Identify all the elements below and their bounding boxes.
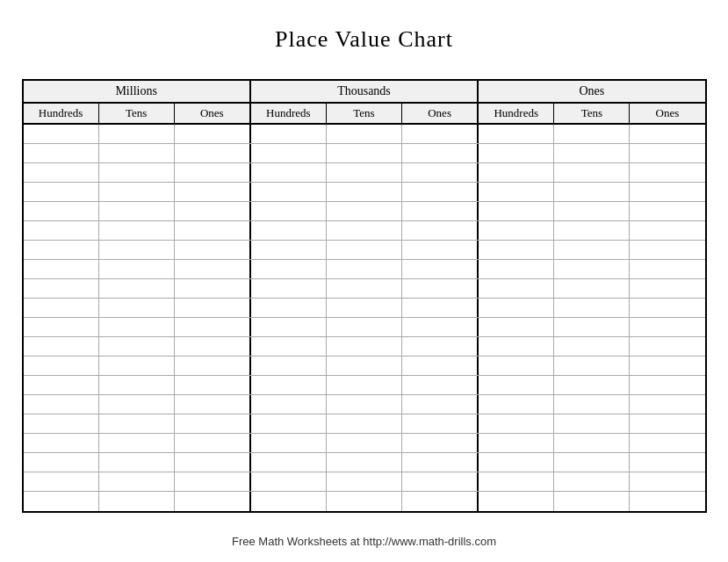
data-cell[interactable]: [402, 279, 479, 298]
data-cell[interactable]: [630, 453, 704, 472]
data-cell[interactable]: [24, 279, 99, 298]
data-cell[interactable]: [99, 376, 175, 394]
data-cell[interactable]: [251, 260, 327, 278]
data-cell[interactable]: [402, 337, 479, 356]
data-cell[interactable]: [175, 337, 251, 356]
data-cell[interactable]: [24, 241, 99, 259]
data-cell[interactable]: [24, 395, 99, 414]
data-cell[interactable]: [24, 337, 99, 356]
data-cell[interactable]: [479, 279, 554, 298]
data-cell[interactable]: [251, 472, 327, 491]
data-cell[interactable]: [402, 453, 479, 472]
data-cell[interactable]: [327, 299, 402, 317]
data-cell[interactable]: [99, 202, 175, 220]
data-cell[interactable]: [327, 125, 402, 143]
data-cell[interactable]: [554, 279, 630, 298]
data-cell[interactable]: [402, 318, 479, 336]
data-cell[interactable]: [175, 453, 251, 472]
data-cell[interactable]: [402, 221, 479, 240]
data-cell[interactable]: [630, 434, 704, 452]
data-cell[interactable]: [630, 318, 704, 336]
data-cell[interactable]: [251, 414, 327, 433]
data-cell[interactable]: [479, 241, 554, 259]
data-cell[interactable]: [402, 125, 479, 143]
data-cell[interactable]: [99, 279, 175, 298]
data-cell[interactable]: [175, 279, 251, 298]
data-cell[interactable]: [630, 125, 704, 143]
data-cell[interactable]: [554, 376, 630, 394]
data-cell[interactable]: [479, 183, 554, 201]
data-cell[interactable]: [99, 183, 175, 201]
data-cell[interactable]: [479, 395, 554, 414]
data-cell[interactable]: [402, 357, 479, 375]
data-cell[interactable]: [630, 376, 704, 394]
data-cell[interactable]: [479, 357, 554, 375]
data-cell[interactable]: [327, 202, 402, 220]
data-cell[interactable]: [554, 395, 630, 414]
data-cell[interactable]: [479, 376, 554, 394]
data-cell[interactable]: [175, 183, 251, 201]
data-cell[interactable]: [554, 472, 630, 491]
data-cell[interactable]: [327, 472, 402, 491]
data-cell[interactable]: [251, 395, 327, 414]
data-cell[interactable]: [402, 144, 479, 162]
data-cell[interactable]: [99, 434, 175, 452]
data-cell[interactable]: [630, 260, 704, 278]
data-cell[interactable]: [24, 318, 99, 336]
data-cell[interactable]: [479, 202, 554, 220]
data-cell[interactable]: [630, 395, 704, 414]
data-cell[interactable]: [175, 299, 251, 317]
data-cell[interactable]: [554, 434, 630, 452]
data-cell[interactable]: [554, 492, 630, 511]
data-cell[interactable]: [99, 260, 175, 278]
data-cell[interactable]: [175, 144, 251, 162]
data-cell[interactable]: [630, 241, 704, 259]
data-cell[interactable]: [175, 202, 251, 220]
data-cell[interactable]: [630, 472, 704, 491]
data-cell[interactable]: [402, 434, 479, 452]
data-cell[interactable]: [327, 318, 402, 336]
data-cell[interactable]: [630, 183, 704, 201]
data-cell[interactable]: [479, 221, 554, 240]
data-cell[interactable]: [251, 337, 327, 356]
data-cell[interactable]: [327, 221, 402, 240]
data-cell[interactable]: [554, 357, 630, 375]
data-cell[interactable]: [24, 125, 99, 143]
data-cell[interactable]: [24, 414, 99, 433]
data-cell[interactable]: [554, 241, 630, 259]
data-cell[interactable]: [327, 434, 402, 452]
data-cell[interactable]: [99, 453, 175, 472]
data-cell[interactable]: [251, 183, 327, 201]
data-cell[interactable]: [554, 202, 630, 220]
data-cell[interactable]: [99, 492, 175, 511]
data-cell[interactable]: [175, 492, 251, 511]
data-cell[interactable]: [327, 357, 402, 375]
data-cell[interactable]: [630, 357, 704, 375]
data-cell[interactable]: [479, 492, 554, 511]
data-cell[interactable]: [630, 414, 704, 433]
data-cell[interactable]: [24, 183, 99, 201]
data-cell[interactable]: [402, 395, 479, 414]
data-cell[interactable]: [327, 376, 402, 394]
data-cell[interactable]: [402, 241, 479, 259]
data-cell[interactable]: [99, 163, 175, 182]
data-cell[interactable]: [251, 241, 327, 259]
data-cell[interactable]: [24, 453, 99, 472]
data-cell[interactable]: [175, 221, 251, 240]
data-cell[interactable]: [479, 260, 554, 278]
data-cell[interactable]: [175, 163, 251, 182]
data-cell[interactable]: [479, 299, 554, 317]
data-cell[interactable]: [175, 125, 251, 143]
data-cell[interactable]: [251, 376, 327, 394]
data-cell[interactable]: [479, 434, 554, 452]
data-cell[interactable]: [24, 202, 99, 220]
data-cell[interactable]: [630, 279, 704, 298]
data-cell[interactable]: [327, 260, 402, 278]
data-cell[interactable]: [24, 492, 99, 511]
data-cell[interactable]: [554, 318, 630, 336]
data-cell[interactable]: [479, 414, 554, 433]
data-cell[interactable]: [554, 414, 630, 433]
data-cell[interactable]: [402, 492, 479, 511]
data-cell[interactable]: [554, 163, 630, 182]
data-cell[interactable]: [175, 260, 251, 278]
